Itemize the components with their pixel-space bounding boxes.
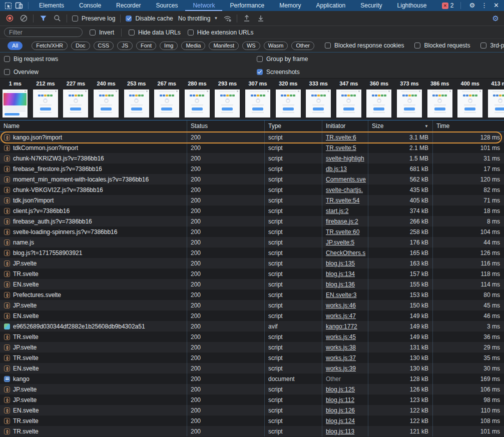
column-header-type[interactable]: Type (264, 120, 322, 132)
request-initiator[interactable]: svelte-chartjs. (326, 186, 363, 194)
filter-chip-manifest[interactable]: Manifest (209, 42, 239, 50)
checkbox[interactable] (4, 56, 10, 62)
issues-badge[interactable]: ✕ 2 (442, 2, 454, 9)
frame-thumbnail[interactable] (124, 90, 149, 118)
request-row[interactable]: firebase_firestore.js?v=7386bb16200scrip… (0, 164, 504, 174)
checkbox[interactable] (129, 30, 135, 36)
request-initiator[interactable]: blog.js:134 (326, 270, 355, 278)
request-initiator[interactable]: works.js:45 (326, 334, 356, 340)
tab-performance[interactable]: Performance (222, 0, 272, 11)
request-row[interactable]: chunk-N7KRIZW3.js?v=7386bb16200scriptsve… (0, 153, 504, 164)
record-network-log-icon[interactable] (5, 14, 14, 23)
throttling-select[interactable]: No throttling ▼ (178, 15, 218, 22)
invert-checkbox[interactable]: Invert (90, 29, 114, 36)
frame-thumbnail[interactable] (215, 90, 240, 118)
inspect-element-icon[interactable] (3, 1, 13, 10)
group-by-frame-checkbox[interactable]: Group by frame (257, 56, 500, 62)
request-initiator[interactable]: TR.svelte:60 (326, 228, 359, 236)
hide-extension-urls-checkbox[interactable]: Hide extension URLs (188, 29, 254, 36)
export-har-icon[interactable] (256, 14, 265, 23)
request-row[interactable]: kango200documentOther128 kB169 ms (0, 374, 504, 384)
overview-checkbox[interactable]: Overview (4, 68, 257, 76)
filter-input[interactable] (4, 28, 83, 37)
request-initiator[interactable]: kango:1772 (326, 323, 357, 330)
filter-chip-doc[interactable]: Doc (71, 42, 90, 50)
request-initiator[interactable]: TR.svelte:6 (326, 134, 356, 141)
tab-memory[interactable]: Memory (272, 0, 308, 11)
request-initiator[interactable]: blog.js:126 (326, 407, 355, 414)
request-initiator[interactable]: JP.svelte:5 (326, 239, 354, 246)
request-initiator[interactable]: works.js:38 (326, 344, 356, 351)
frame-thumbnail[interactable] (63, 90, 88, 118)
request-initiator[interactable]: works.js:46 (326, 302, 356, 309)
request-initiator[interactable]: TR.svelte:54 (326, 197, 359, 204)
request-row[interactable]: JP.svelte200scriptworks.js:46150 kB45 ms (0, 300, 504, 310)
settings-gear-icon[interactable]: ⚙ (468, 0, 476, 11)
request-row[interactable]: kango.json?import200scriptTR.svelte:63.1… (0, 132, 504, 142)
checkbox[interactable] (257, 56, 263, 62)
blocked-requests-checkbox[interactable]: Blocked requests (414, 42, 470, 49)
filter-funnel-icon[interactable] (39, 14, 48, 23)
more-options-icon[interactable]: ⋮ (480, 0, 488, 11)
request-row[interactable]: moment_min_moment-with-locales.js?v=7386… (0, 174, 504, 184)
tab-elements[interactable]: Elements (32, 0, 72, 11)
request-row[interactable]: client.js?v=7386bb16200scriptstart.js:23… (0, 206, 504, 216)
request-initiator[interactable]: blog.js:112 (326, 396, 354, 404)
checkbox[interactable] (257, 69, 263, 75)
tab-sources[interactable]: Sources (148, 0, 185, 11)
filter-chip-js[interactable]: JS (117, 42, 133, 50)
request-row[interactable]: TR.svelte200scriptblog.js:134157 kB118 m… (0, 268, 504, 279)
request-row[interactable]: tdkCommon.json?import200scriptTR.svelte:… (0, 142, 504, 153)
tab-console[interactable]: Console (72, 0, 109, 11)
request-row[interactable]: firebase_auth.js?v=7386bb16200scriptfire… (0, 216, 504, 226)
request-row[interactable]: chunk-VBKGVI2Z.js?v=7386bb16200scriptsve… (0, 184, 504, 195)
network-conditions-icon[interactable] (223, 14, 232, 23)
request-row[interactable]: EN.svelte200scriptblog.js:136155 kB114 m… (0, 279, 504, 290)
big-request-rows-checkbox[interactable]: Big request rows (4, 56, 257, 62)
filter-chip-other[interactable]: Other (291, 42, 314, 50)
request-initiator[interactable]: blog.js:125 (326, 386, 355, 393)
network-settings-gear-icon[interactable]: ⚙ (492, 14, 499, 23)
request-row[interactable]: TR.svelte200scriptworks.js:45149 kB36 ms (0, 332, 504, 342)
column-header-name[interactable]: Name (0, 120, 187, 132)
filter-chip-css[interactable]: CSS (94, 42, 114, 50)
frame-thumbnail[interactable] (154, 90, 179, 118)
request-initiator[interactable]: blog.js:135 (326, 260, 355, 267)
request-initiator[interactable]: works.js:37 (326, 354, 356, 362)
frame-thumbnail[interactable] (488, 90, 504, 118)
request-initiator[interactable]: db.js:13 (326, 166, 347, 172)
request-initiator[interactable]: TR.svelte:5 (326, 144, 356, 152)
frame-thumbnail[interactable] (33, 90, 58, 118)
request-initiator[interactable]: works.js:39 (326, 365, 356, 372)
request-row[interactable]: JP.svelte200scriptworks.js:38131 kB29 ms (0, 342, 504, 352)
checkbox[interactable] (72, 16, 78, 22)
frame-thumbnail[interactable] (245, 90, 270, 118)
screenshots-checkbox[interactable]: Screenshots (257, 68, 500, 76)
request-row[interactable]: EN.svelte200scriptworks.js:39130 kB30 ms (0, 363, 504, 374)
device-toolbar-icon[interactable] (14, 1, 24, 10)
request-row[interactable]: name.js200scriptJP.svelte:5176 kB44 ms (0, 237, 504, 248)
filter-chip-wasm[interactable]: Wasm (264, 42, 288, 50)
frame-thumbnail[interactable] (94, 90, 119, 118)
checkbox[interactable] (325, 42, 331, 48)
checkbox[interactable] (90, 30, 96, 36)
frame-thumbnail[interactable] (185, 90, 210, 118)
checkbox[interactable] (188, 30, 194, 36)
preserve-log-checkbox[interactable]: Preserve log (72, 15, 115, 22)
frame-thumbnail[interactable] (427, 90, 452, 118)
3rd-party-requests-checkbox[interactable]: 3rd-party requests (480, 42, 504, 49)
frame-thumbnail[interactable] (3, 90, 28, 118)
request-initiator[interactable]: works.js:47 (326, 312, 356, 320)
close-devtools-icon[interactable]: ✕ (492, 0, 500, 11)
request-row[interactable]: svelte-loading-spinners.js?v=7386bb16200… (0, 226, 504, 237)
request-row[interactable]: tdk.json?import200scriptTR.svelte:54405 … (0, 195, 504, 206)
search-icon[interactable] (53, 14, 62, 23)
filter-chip-ws[interactable]: WS (242, 42, 260, 50)
filter-chip-font[interactable]: Font (136, 42, 156, 50)
request-row[interactable]: e9652689d030344df2882e1b25608db9b4302a51… (0, 321, 504, 332)
request-initiator[interactable]: CheckOthers.s (326, 250, 365, 256)
filter-chip-img[interactable]: Img (160, 42, 178, 50)
frame-thumbnail[interactable] (457, 90, 482, 118)
request-row[interactable]: JP.svelte200scriptblog.js:112123 kB98 ms (0, 394, 504, 405)
clear-network-log-icon[interactable] (19, 14, 28, 23)
